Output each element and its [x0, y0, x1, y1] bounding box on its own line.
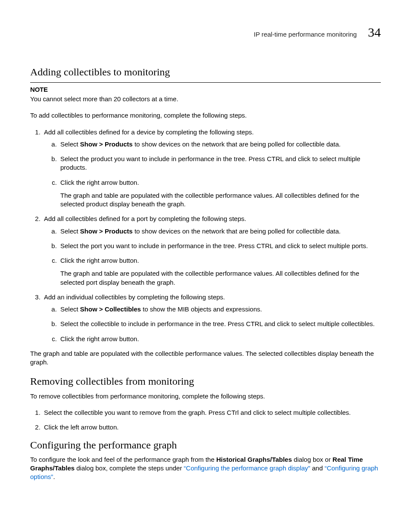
text: to show devices on the network that are …	[133, 140, 341, 148]
bold-text: Show > Collectibles	[80, 305, 141, 313]
link-configuring-display[interactable]: “Configuring the performance graph displ…	[184, 464, 311, 472]
text: Select	[60, 227, 80, 235]
note-label: NOTE	[30, 86, 48, 93]
result-paragraph: The graph and table are populated with t…	[60, 191, 381, 209]
substep-1c: Click the right arrow button. The graph …	[59, 178, 381, 209]
adding-steps-list: Add all collectibles defined for a devic…	[30, 128, 381, 343]
substep-1b: Select the product you want to include i…	[59, 155, 381, 172]
substep-2c: Click the right arrow button. The graph …	[59, 256, 381, 287]
section-tail: The graph and table are populated with t…	[30, 349, 381, 367]
step-text: Add an individual collectibles by comple…	[44, 293, 225, 301]
bold-text: Historical Graphs/Tables	[216, 456, 292, 463]
header-section-title: IP real-time performance monitoring	[254, 30, 357, 39]
divider	[30, 82, 381, 83]
section-intro: To add collectibles to performance monit…	[30, 111, 381, 120]
heading-configuring-graph: Configuring the performance graph	[30, 438, 381, 452]
configuring-paragraph: To configure the look and feel of the pe…	[30, 455, 381, 482]
substep-1a: Select Show > Products to show devices o…	[59, 140, 381, 149]
text: and	[310, 464, 324, 472]
text: dialog box, complete the steps under	[75, 464, 184, 472]
bold-text: Show > Products	[80, 227, 133, 235]
removing-steps-list: Select the collectible you want to remov…	[30, 408, 381, 432]
text: Select	[60, 305, 80, 313]
text: dialog box or	[292, 456, 333, 463]
bold-text: Show > Products	[80, 140, 133, 148]
step-3-substeps: Select Show > Collectibles to show the M…	[44, 305, 381, 343]
text: Click the right arrow button.	[60, 257, 139, 264]
substep-3c: Click the right arrow button.	[59, 335, 381, 343]
step-1: Add all collectibles defined for a devic…	[42, 128, 381, 209]
step-2: Add all collectibles defined for a port …	[42, 215, 381, 287]
text: Select	[60, 140, 80, 148]
heading-adding-collectibles: Adding collectibles to monitoring	[30, 65, 381, 79]
text: to show the MIB objects and expressions.	[141, 305, 262, 313]
text: Click the right arrow button.	[60, 179, 139, 186]
step-1: Select the collectible you want to remov…	[42, 408, 381, 417]
note-block: NOTE You cannot select more than 20 coll…	[30, 85, 381, 104]
step-text: Add all collectibles defined for a devic…	[44, 128, 254, 136]
step-2-substeps: Select Show > Products to show devices o…	[44, 227, 381, 287]
text: .	[53, 473, 55, 480]
text: to show devices on the network that are …	[133, 227, 341, 235]
page-number: 34	[368, 24, 381, 41]
result-paragraph: The graph and table are populated with t…	[60, 269, 381, 287]
note-body: You cannot select more than 20 collector…	[30, 95, 381, 103]
heading-removing-collectibles: Removing collectibles from monitoring	[30, 374, 381, 388]
text: To configure the look and feel of the pe…	[30, 456, 216, 463]
step-1-substeps: Select Show > Products to show devices o…	[44, 140, 381, 209]
substep-2a: Select Show > Products to show devices o…	[59, 227, 381, 236]
substep-3b: Select the collectible to include in per…	[59, 320, 381, 328]
step-3: Add an individual collectibles by comple…	[42, 293, 381, 343]
step-text: Add all collectibles defined for a port …	[44, 215, 246, 222]
section-intro: To remove collectibles from performance …	[30, 392, 381, 401]
page-header: IP real-time performance monitoring 34	[30, 24, 381, 41]
substep-3a: Select Show > Collectibles to show the M…	[59, 305, 381, 314]
step-2: Click the left arrow button.	[42, 423, 381, 432]
substep-2b: Select the port you want to include in p…	[59, 242, 381, 250]
